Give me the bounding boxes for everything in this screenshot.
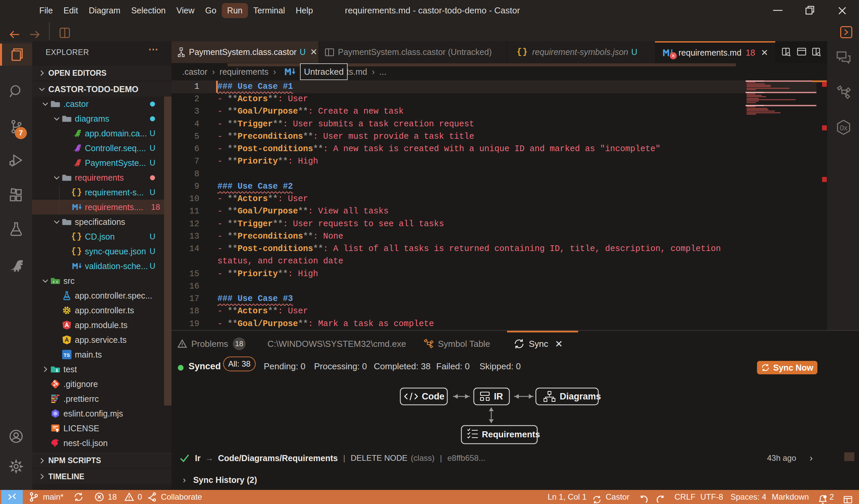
svg-text:Requirements: Requirements bbox=[482, 429, 540, 439]
svg-text:Code: Code bbox=[422, 391, 444, 401]
svg-text:IR: IR bbox=[494, 391, 503, 401]
svg-text:TS: TS bbox=[64, 352, 70, 358]
svg-text:0x: 0x bbox=[840, 124, 847, 132]
svg-text:Diagrams: Diagrams bbox=[560, 391, 601, 401]
